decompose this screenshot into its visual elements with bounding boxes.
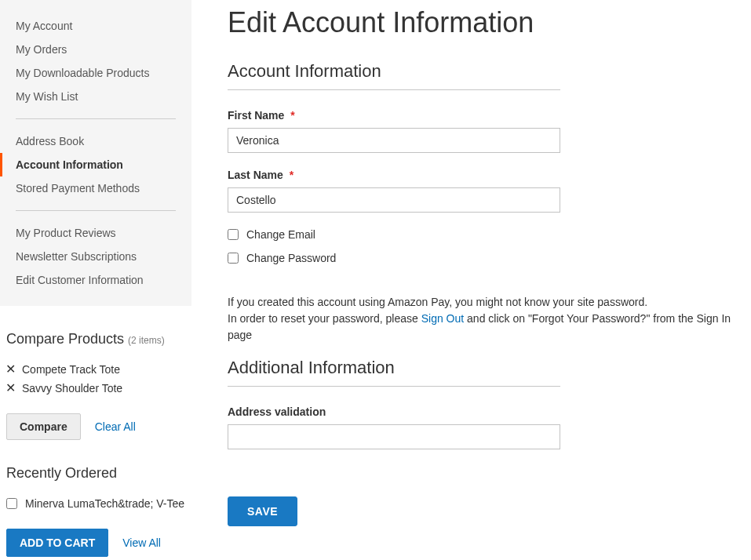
first-name-input[interactable] <box>228 128 560 153</box>
recent-item: Minerva LumaTech&trade; V-Tee <box>6 494 185 513</box>
first-name-label-text: First Name <box>228 109 284 122</box>
change-email-field: Change Email <box>228 228 751 241</box>
change-password-checkbox[interactable] <box>228 253 239 264</box>
add-to-cart-button[interactable]: ADD TO CART <box>6 529 108 557</box>
form-actions: SAVE <box>228 496 751 526</box>
required-marker: * <box>290 169 293 181</box>
compare-title: Compare Products (2 items) <box>6 331 185 347</box>
nav-account-information[interactable]: Account Information <box>0 153 191 176</box>
recent-item-checkbox[interactable] <box>6 498 17 509</box>
address-validation-label: Address validation <box>228 405 751 418</box>
nav-address-book[interactable]: Address Book <box>0 129 191 153</box>
nav-wish-list[interactable]: My Wish List <box>0 85 191 108</box>
change-password-label[interactable]: Change Password <box>246 252 336 264</box>
account-nav: My Account My Orders My Downloadable Pro… <box>0 0 191 306</box>
recent-item-name[interactable]: Minerva LumaTech&trade; V-Tee <box>25 497 184 510</box>
nav-downloadable-products[interactable]: My Downloadable Products <box>0 61 191 85</box>
save-button[interactable]: SAVE <box>228 496 297 526</box>
compare-title-text: Compare Products <box>6 331 124 347</box>
compare-item: ✕ Compete Track Tote <box>6 360 185 379</box>
account-info-legend: Account Information <box>228 61 560 90</box>
main-content: Edit Account Information Account Informa… <box>191 0 751 557</box>
page-title: Edit Account Information <box>228 6 751 39</box>
first-name-field: First Name * <box>228 109 751 153</box>
info-line-1: If you created this account using Amazon… <box>228 296 647 308</box>
remove-icon[interactable]: ✕ <box>6 365 14 373</box>
first-name-label: First Name * <box>228 109 751 122</box>
account-info-fieldset: Account Information First Name * Last Na… <box>228 61 751 275</box>
nav-stored-payment[interactable]: Stored Payment Methods <box>0 176 191 200</box>
last-name-field: Last Name * <box>228 169 751 213</box>
nav-edit-customer-info[interactable]: Edit Customer Information <box>0 268 191 292</box>
nav-my-account[interactable]: My Account <box>0 14 191 38</box>
compare-products-block: Compare Products (2 items) ✕ Compete Tra… <box>0 331 191 440</box>
compare-item-name[interactable]: Savvy Shoulder Tote <box>22 382 122 395</box>
change-email-checkbox[interactable] <box>228 229 239 240</box>
info-line-2a: In order to reset your password, please <box>228 312 421 325</box>
last-name-input[interactable] <box>228 187 560 213</box>
nav-product-reviews[interactable]: My Product Reviews <box>0 221 191 245</box>
recent-actions: ADD TO CART View All <box>6 529 185 557</box>
additional-info-legend: Additional Information <box>228 358 560 387</box>
nav-my-orders[interactable]: My Orders <box>0 38 191 61</box>
required-marker: * <box>290 109 294 122</box>
amazon-pay-info: If you created this account using Amazon… <box>228 294 751 344</box>
last-name-label-text: Last Name <box>228 169 283 181</box>
address-validation-field: Address validation <box>228 405 751 449</box>
compare-button[interactable]: Compare <box>6 413 81 440</box>
change-password-field: Change Password <box>228 252 751 264</box>
recent-title: Recently Ordered <box>6 465 185 482</box>
nav-divider <box>16 210 176 211</box>
view-all-link[interactable]: View All <box>122 536 161 549</box>
sidebar: My Account My Orders My Downloadable Pro… <box>0 0 191 557</box>
recently-ordered-block: Recently Ordered Minerva LumaTech&trade;… <box>0 465 191 557</box>
compare-actions: Compare Clear All <box>6 413 185 440</box>
remove-icon[interactable]: ✕ <box>6 384 14 392</box>
address-validation-input[interactable] <box>228 424 560 449</box>
change-email-label[interactable]: Change Email <box>246 228 315 241</box>
clear-all-link[interactable]: Clear All <box>95 420 136 433</box>
nav-divider <box>16 118 176 119</box>
additional-info-fieldset: Additional Information Address validatio… <box>228 358 751 465</box>
nav-newsletter[interactable]: Newsletter Subscriptions <box>0 245 191 268</box>
last-name-label: Last Name * <box>228 169 751 181</box>
compare-count: (2 items) <box>128 335 165 346</box>
compare-item: ✕ Savvy Shoulder Tote <box>6 379 185 398</box>
compare-list: ✕ Compete Track Tote ✕ Savvy Shoulder To… <box>6 360 185 398</box>
compare-item-name[interactable]: Compete Track Tote <box>22 363 120 376</box>
sign-out-link[interactable]: Sign Out <box>421 312 464 325</box>
